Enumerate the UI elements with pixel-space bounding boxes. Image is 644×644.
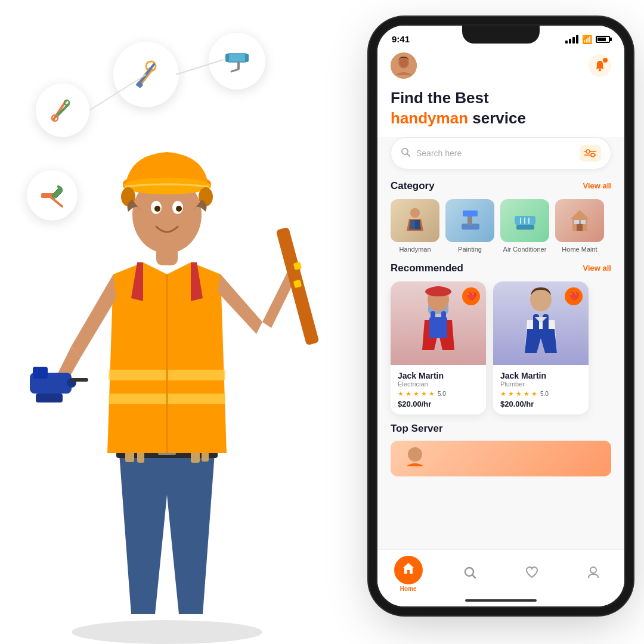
svg-rect-66 <box>577 224 583 231</box>
plumber-person-icon <box>514 284 568 362</box>
recommend-price-1: $20.00/hr <box>500 400 581 408</box>
recommend-card-0[interactable]: ❤️ Jack Martin Electrician ★ ★ ★ ★ ★ <box>391 281 486 414</box>
svg-rect-74 <box>441 311 446 323</box>
recommend-info-1: Jack Martin Plumber ★ ★ ★ ★ ★ 5.0 $20.00… <box>493 365 589 414</box>
nav-favorites-wrap <box>518 560 546 589</box>
electrician-person-icon <box>411 284 465 362</box>
svg-point-39 <box>154 206 160 212</box>
phone-frame: 9:41 📶 <box>376 24 626 608</box>
svg-rect-77 <box>543 314 549 332</box>
star5: ★ <box>429 390 435 398</box>
top-server-section: Top Server <box>377 423 624 476</box>
user-avatar-icon <box>391 52 417 79</box>
nav-item-profile[interactable] <box>575 560 611 589</box>
avatar[interactable] <box>391 52 417 79</box>
category-card-home[interactable]: Home Maint <box>555 199 604 253</box>
nav-home-wrap <box>394 556 423 584</box>
phone-container: 9:41 📶 <box>376 24 626 608</box>
phone-screen: 9:41 📶 <box>377 26 624 606</box>
top-server-preview <box>391 441 611 476</box>
recommend-heart-1[interactable]: ❤️ <box>565 287 583 305</box>
wifi-icon: 📶 <box>582 35 592 44</box>
star4-p: ★ <box>524 390 530 398</box>
app-header <box>377 49 624 86</box>
category-card-ac[interactable]: Air Conditioner <box>500 199 549 253</box>
category-img-handyman <box>391 199 439 242</box>
category-title: Category <box>391 180 435 192</box>
svg-point-57 <box>410 208 420 218</box>
svg-line-80 <box>472 575 475 578</box>
recommend-name-0: Jack Martin <box>398 371 479 380</box>
notification-bell-button[interactable] <box>589 54 611 77</box>
star3: ★ <box>413 390 419 398</box>
phone-notch <box>462 26 540 44</box>
svg-point-81 <box>590 567 596 573</box>
signal-bars-icon <box>565 35 578 44</box>
svg-rect-30 <box>70 378 88 382</box>
search-bar[interactable]: Search here <box>391 137 611 169</box>
battery-icon <box>596 36 610 43</box>
svg-rect-28 <box>33 367 48 379</box>
category-label-handyman: Handyman <box>399 246 431 253</box>
svg-line-50 <box>407 154 410 156</box>
person-nav-icon <box>587 566 600 583</box>
star1-p: ★ <box>500 390 506 398</box>
hero-service-word: service <box>468 109 526 127</box>
recommend-price-0: $20.00/hr <box>398 400 479 408</box>
star5-p: ★ <box>531 390 537 398</box>
hero-line1: Find the Best <box>391 89 489 107</box>
recommended-view-all[interactable]: View all <box>583 264 611 273</box>
home-nav-icon <box>402 562 415 578</box>
star2-p: ★ <box>508 390 514 398</box>
nav-item-search[interactable] <box>452 560 488 589</box>
hero-text-area: Find the Best handyman service <box>377 86 624 137</box>
stars-row-0: ★ ★ ★ ★ ★ 5.0 <box>398 390 479 398</box>
star2: ★ <box>405 390 411 398</box>
star3-p: ★ <box>516 390 522 398</box>
nav-item-home[interactable]: Home <box>391 556 426 592</box>
star4: ★ <box>421 390 427 398</box>
svg-point-52 <box>591 153 595 157</box>
status-icons: 📶 <box>565 35 610 44</box>
nav-home-label: Home <box>400 586 417 592</box>
svg-rect-68 <box>581 220 586 224</box>
category-view-all[interactable]: View all <box>583 181 611 190</box>
recommended-title: Recommended <box>391 262 463 274</box>
hero-orange-word: handyman <box>391 109 468 127</box>
home-maint-img-icon <box>566 207 593 234</box>
ac-img-icon <box>512 207 538 234</box>
top-server-preview-icon <box>400 444 430 473</box>
svg-point-40 <box>176 206 182 212</box>
svg-rect-73 <box>431 311 435 323</box>
category-section-header: Category View all <box>377 180 624 199</box>
recommend-role-1: Plumber <box>500 380 581 388</box>
svg-point-47 <box>400 58 408 67</box>
category-card-handyman[interactable]: Handyman <box>391 199 439 253</box>
category-img-painting <box>445 199 494 242</box>
nav-item-favorites[interactable] <box>514 560 550 589</box>
recommend-role-0: Electrician <box>398 380 479 388</box>
search-icon <box>401 147 410 159</box>
svg-rect-62 <box>516 225 534 230</box>
category-row: Handyman Painting <box>377 199 624 262</box>
bottom-nav: Home <box>377 549 624 606</box>
category-label-ac: Air Conditioner <box>503 246 547 253</box>
recommend-name-1: Jack Martin <box>500 371 581 380</box>
filter-button[interactable] <box>580 145 601 162</box>
star1: ★ <box>398 390 404 398</box>
recommended-row: ❤️ Jack Martin Electrician ★ ★ ★ ★ ★ <box>377 281 624 423</box>
filter-icon <box>584 148 596 158</box>
worker-svg <box>0 48 334 644</box>
svg-point-51 <box>586 150 590 153</box>
category-card-painting[interactable]: Painting <box>445 199 494 253</box>
recommend-card-1[interactable]: ❤️ Jack Martin Plumber ★ ★ ★ ★ ★ 5. <box>493 281 589 414</box>
app-content: Find the Best handyman service Search he… <box>377 86 624 606</box>
worker-figure <box>0 48 334 644</box>
star-rating-1: 5.0 <box>540 391 549 397</box>
recommend-img-0: ❤️ <box>391 281 486 365</box>
search-placeholder-text: Search here <box>416 148 574 158</box>
svg-point-18 <box>72 620 262 644</box>
recommend-img-1: ❤️ <box>493 281 589 365</box>
svg-rect-76 <box>533 314 539 332</box>
recommend-heart-0[interactable]: ❤️ <box>462 287 480 305</box>
